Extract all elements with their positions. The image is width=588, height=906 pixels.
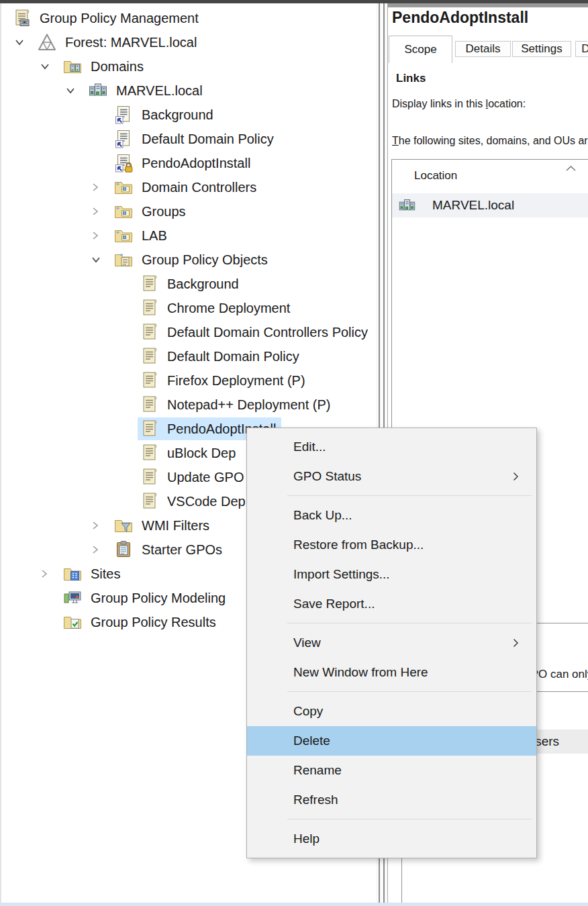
tree-item-label: PendoAdoptInstall xyxy=(142,156,250,171)
submenu-arrow-icon xyxy=(513,471,519,482)
menu-item-gpo-status[interactable]: GPO Status xyxy=(247,462,536,491)
tab-label: Delegation xyxy=(581,42,588,56)
chevron-collapsed-icon[interactable] xyxy=(91,521,112,530)
ou-folder-icon xyxy=(113,201,134,221)
chevron-collapsed-icon[interactable] xyxy=(91,207,112,216)
tree-item-groups[interactable]: Groups xyxy=(1,199,376,223)
location-row-label: MARVEL.local xyxy=(432,198,514,213)
tree-item-firefox-deployment-p[interactable]: Firefox Deployment (P) xyxy=(1,368,376,393)
menu-item-label: Save Report... xyxy=(293,597,375,611)
tree-item-content: Domain Controllers xyxy=(112,176,262,199)
tree-item-label: Default Domain Controllers Policy xyxy=(167,325,368,340)
chevron-collapsed-icon[interactable] xyxy=(91,545,112,554)
display-links-label: Display links in this location: xyxy=(392,98,526,110)
tree-item-label: Background xyxy=(167,276,239,292)
tree-item-default-domain-policy[interactable]: Default Domain Policy xyxy=(1,127,376,151)
window-bottom-edge xyxy=(0,903,588,906)
menu-item-save-report[interactable]: Save Report... xyxy=(247,589,536,619)
tree-item-content: Starter GPOs xyxy=(112,538,228,561)
tree-item-label: MARVEL.local xyxy=(116,83,203,99)
gp-modeling-icon xyxy=(62,588,83,608)
menu-item-delete[interactable]: Delete xyxy=(247,726,536,756)
tab-label: Scope xyxy=(404,43,436,56)
tree-item-label: Group Policy Objects xyxy=(142,252,268,268)
linked-locations-label: The following sites, domains, and OUs ar… xyxy=(392,135,588,147)
tree-item-content: Background xyxy=(112,103,219,126)
tree-item-notepad-deployment-p[interactable]: Notepad++ Deployment (P) xyxy=(1,393,376,417)
location-row-marvel-local[interactable]: MARVEL.local xyxy=(392,193,588,217)
tree-item-label: LAB xyxy=(142,228,167,244)
tab-scope[interactable]: Scope xyxy=(389,36,452,63)
location-column-header[interactable]: Location xyxy=(392,160,588,193)
menu-item-new-window-from-here[interactable]: New Window from Here xyxy=(247,658,536,687)
tree-item-label: Group Policy Modeling xyxy=(91,591,226,606)
tree-item-content: Group Policy Results xyxy=(61,611,222,634)
gpo-icon xyxy=(139,274,159,294)
tree-item-marvel-local[interactable]: MARVEL.local xyxy=(1,79,376,103)
chevron-expanded-icon[interactable] xyxy=(66,87,87,95)
tree-item-chrome-deployment[interactable]: Chrome Deployment xyxy=(1,296,376,320)
menu-separator xyxy=(287,495,532,496)
tree-item-default-domain-controllers-policy[interactable]: Default Domain Controllers Policy xyxy=(1,320,376,344)
tree-item-lab[interactable]: LAB xyxy=(1,223,376,248)
menu-item-view[interactable]: View xyxy=(247,628,536,658)
label-text: ocation: xyxy=(488,98,526,109)
menu-item-label: View xyxy=(293,636,321,650)
menu-item-import-settings[interactable]: Import Settings... xyxy=(247,560,536,589)
chevron-expanded-icon[interactable] xyxy=(91,256,112,264)
tree-item-content: Sites xyxy=(61,562,126,585)
tree-item-background[interactable]: Background xyxy=(1,272,376,296)
menu-item-label: Rename xyxy=(293,763,342,778)
tree-item-content: PendoAdoptInstall xyxy=(112,152,256,174)
tree-item-label: VSCode Dep xyxy=(167,494,246,509)
domain-icon xyxy=(398,197,416,215)
chevron-collapsed-icon[interactable] xyxy=(91,183,112,192)
gpo-icon xyxy=(139,467,159,487)
menu-separator xyxy=(287,819,532,819)
tree-item-background[interactable]: Background xyxy=(1,103,376,127)
menu-item-back-up[interactable]: Back Up... xyxy=(247,501,536,530)
tree-item-group-policy-objects[interactable]: Group Policy Objects xyxy=(1,248,376,272)
tree-item-content: Default Domain Controllers Policy xyxy=(138,321,373,344)
gpo-link-icon xyxy=(113,105,134,125)
menu-item-label: Restore from Backup... xyxy=(293,538,424,552)
wmi-folder-icon xyxy=(113,515,134,536)
tree-item-content: Forest: MARVEL.local xyxy=(36,31,202,54)
tab-settings[interactable]: Settings xyxy=(512,41,571,57)
tree-item-group-policy-management[interactable]: Group Policy Management xyxy=(1,6,376,30)
menu-item-label: Back Up... xyxy=(293,508,352,523)
sort-ascending-icon xyxy=(565,165,577,172)
tree-item-pendoadoptinstall[interactable]: PendoAdoptInstall xyxy=(1,151,376,175)
tree-item-label: Update GPO xyxy=(167,470,244,485)
menu-item-refresh[interactable]: Refresh xyxy=(247,785,536,815)
ou-folder-icon xyxy=(113,225,134,246)
menu-item-copy[interactable]: Copy xyxy=(247,697,536,726)
tree-item-content: Default Domain Policy xyxy=(138,345,305,368)
menu-item-help[interactable]: Help xyxy=(247,824,536,854)
tree-item-label: Chrome Deployment xyxy=(167,301,290,316)
menu-item-label: New Window from Here xyxy=(293,665,428,680)
tree-item-default-domain-policy[interactable]: Default Domain Policy xyxy=(1,344,376,368)
tree-item-label: Notepad++ Deployment (P) xyxy=(167,397,330,413)
chevron-expanded-icon[interactable] xyxy=(15,38,36,46)
tree-item-label: Background xyxy=(142,107,213,123)
chevron-collapsed-icon[interactable] xyxy=(91,231,112,240)
domains-folder-icon xyxy=(62,56,83,77)
menu-item-rename[interactable]: Rename xyxy=(247,756,536,785)
tree-item-forest-marvel-local[interactable]: Forest: MARVEL.local xyxy=(1,30,376,54)
gpo-icon xyxy=(139,443,159,463)
tree-item-label: Default Domain Policy xyxy=(142,132,274,147)
submenu-arrow-icon xyxy=(513,638,519,648)
chevron-collapsed-icon[interactable] xyxy=(40,569,61,578)
tab-details[interactable]: Details xyxy=(455,41,511,57)
tab-delegation[interactable]: Delegation xyxy=(575,41,588,57)
label-text: he following sites, domains, and OUs are… xyxy=(399,135,588,146)
tree-item-content: MARVEL.local xyxy=(87,79,208,102)
tree-item-domain-controllers[interactable]: Domain Controllers xyxy=(1,175,376,199)
menu-item-edit[interactable]: Edit... xyxy=(247,432,536,462)
tree-item-label: Group Policy Management xyxy=(40,11,199,26)
tree-item-label: Forest: MARVEL.local xyxy=(65,35,197,50)
menu-item-restore-from-backup[interactable]: Restore from Backup... xyxy=(247,530,536,560)
tree-item-domains[interactable]: Domains xyxy=(1,54,376,79)
chevron-expanded-icon[interactable] xyxy=(40,62,61,70)
